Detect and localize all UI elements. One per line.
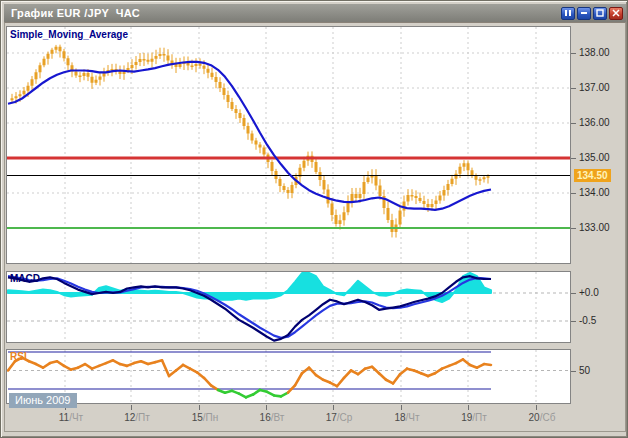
time-axis-tick [333,405,334,410]
price-axis-tick [571,88,576,89]
price-axis-tick [571,228,576,229]
rsi-axis-label: 50 [579,365,590,376]
macd-axis-label: -0.5 [579,315,596,326]
time-axis-label: 16/Вт [250,412,294,423]
time-axis-label: 17/Ср [317,412,361,423]
rsi-canvas [7,350,570,403]
macd-canvas [7,272,570,342]
pause-button[interactable] [561,7,575,20]
title-bar[interactable]: График EUR /JPY ЧАС [4,4,626,22]
time-axis-tick [199,405,200,410]
macd-panel[interactable] [6,271,571,343]
time-axis-label: 15/Пн [183,412,227,423]
price-axis-tick [571,53,576,54]
time-axis-label: 12/Пт [115,412,159,423]
pause-icon [564,9,572,17]
sma-indicator-label: Simple_Moving_Average [10,29,128,40]
time-axis-tick [131,405,132,410]
maximize-button[interactable] [593,7,607,20]
window-title: График EUR /JPY ЧАС [11,7,140,19]
rsi-axis-tick [571,371,576,372]
price-axis-label: 138.00 [579,47,610,58]
price-chart-canvas [7,27,570,263]
current-price-badge: 134.50 [574,169,611,182]
minimize-button[interactable] [577,7,591,20]
chart-window: Simple_Moving_Average MACD RSI 134.50 Ию… [0,0,628,438]
time-axis-label: 18/Чт [385,412,429,423]
time-axis-label: 20/Сб [520,412,564,423]
maximize-icon [596,9,604,17]
close-icon [612,9,620,17]
macd-axis-label: +0.0 [579,287,599,298]
macd-indicator-label: MACD [10,273,40,284]
window-controls [561,7,623,20]
price-axis-tick [571,158,576,159]
price-axis-label: 135.00 [579,152,610,163]
close-button[interactable] [609,7,623,20]
price-axis-tick [571,123,576,124]
minimize-icon [580,9,588,17]
time-axis-tick [536,405,537,410]
price-axis-label: 137.00 [579,82,610,93]
month-badge: Июнь 2009 [9,393,77,408]
time-axis-label: 11/Чт [49,412,93,423]
macd-axis-tick [571,293,576,294]
time-axis-tick [468,405,469,410]
time-axis-tick [266,405,267,410]
price-chart-panel[interactable] [6,26,571,264]
price-axis-tick [571,193,576,194]
time-axis-label: 19/Пт [452,412,496,423]
macd-axis-tick [571,321,576,322]
price-axis-label: 133.00 [579,222,610,233]
rsi-indicator-label: RSI [10,351,27,362]
price-axis-label: 134.00 [579,187,610,198]
price-axis-label: 136.00 [579,117,610,128]
rsi-panel[interactable] [6,349,571,404]
time-axis-tick [401,405,402,410]
